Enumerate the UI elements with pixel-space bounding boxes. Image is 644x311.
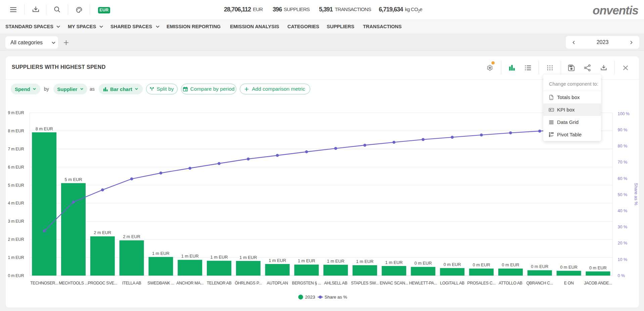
svg-text:LOGITALL AB: LOGITALL AB	[440, 281, 465, 285]
svg-text:80 %: 80 %	[618, 144, 628, 148]
svg-text:TELENOR AB: TELENOR AB	[207, 281, 232, 285]
svg-text:0 %: 0 %	[618, 273, 625, 278]
svg-text:PRODOC SVE...: PRODOC SVE...	[88, 281, 118, 285]
svg-text:ENVAC SCAN...: ENVAC SCAN...	[380, 281, 408, 285]
svg-text:0 m EUR: 0 m EUR	[444, 262, 461, 267]
svg-text:0 m EUR: 0 m EUR	[8, 273, 24, 278]
svg-text:ATTOLLO AB: ATTOLLO AB	[499, 281, 522, 285]
svg-text:8 m EUR: 8 m EUR	[8, 129, 24, 133]
svg-text:100 %: 100 %	[618, 112, 630, 116]
svg-text:1 m EUR: 1 m EUR	[8, 255, 24, 260]
svg-text:2 m EUR: 2 m EUR	[8, 237, 24, 242]
svg-text:E ON: E ON	[564, 281, 574, 285]
svg-text:30 %: 30 %	[618, 225, 628, 229]
svg-text:7 m EUR: 7 m EUR	[8, 147, 24, 151]
svg-text:3 m EUR: 3 m EUR	[8, 219, 24, 224]
svg-text:HEWLETT-PA...: HEWLETT-PA...	[409, 281, 437, 285]
svg-text:90 %: 90 %	[618, 128, 628, 132]
svg-text:1 m EUR: 1 m EUR	[356, 259, 374, 264]
svg-text:MECHTOOLS ...: MECHTOOLS ...	[59, 281, 88, 285]
svg-text:2 m EUR: 2 m EUR	[123, 234, 140, 239]
svg-text:1 m EUR: 1 m EUR	[269, 258, 286, 263]
svg-text:6 m EUR: 6 m EUR	[8, 165, 24, 170]
svg-text:1 m EUR: 1 m EUR	[211, 255, 228, 260]
svg-text:JACOB ANDE...: JACOB ANDE...	[584, 281, 612, 285]
svg-text:0 m EUR: 0 m EUR	[414, 261, 432, 266]
svg-text:1 m EUR: 1 m EUR	[327, 259, 344, 264]
svg-text:20 %: 20 %	[618, 241, 628, 246]
svg-text:0 m EUR: 0 m EUR	[589, 265, 607, 270]
svg-text:2 m EUR: 2 m EUR	[94, 230, 111, 235]
svg-text:50 %: 50 %	[618, 192, 628, 197]
svg-text:0 m EUR: 0 m EUR	[531, 264, 548, 269]
svg-text:2023: 2023	[305, 295, 315, 300]
svg-text:5 m EUR: 5 m EUR	[65, 177, 82, 182]
svg-text:8 m EUR: 8 m EUR	[36, 126, 53, 131]
svg-text:1 m EUR: 1 m EUR	[239, 255, 257, 260]
svg-text:1 m EUR: 1 m EUR	[298, 258, 315, 263]
svg-text:5 m EUR: 5 m EUR	[8, 183, 24, 188]
svg-text:SWEDBANK ...: SWEDBANK ...	[147, 281, 174, 285]
svg-text:BERGSTEN § ...: BERGSTEN § ...	[292, 281, 321, 285]
svg-text:ÖHRLINGS P...: ÖHRLINGS P...	[235, 281, 262, 285]
svg-text:60 %: 60 %	[618, 176, 628, 181]
svg-text:0 m EUR: 0 m EUR	[560, 265, 578, 270]
svg-text:ITELLA AB: ITELLA AB	[122, 281, 141, 285]
svg-text:TECHNOSER...: TECHNOSER...	[30, 281, 58, 285]
svg-text:STAPLES SW...: STAPLES SW...	[351, 281, 379, 285]
svg-text:9 m EUR: 9 m EUR	[8, 110, 24, 115]
svg-text:PROSALES C...: PROSALES C...	[467, 281, 496, 285]
svg-text:Share as %: Share as %	[325, 295, 348, 300]
svg-text:Share as %: Share as %	[634, 183, 639, 206]
svg-text:1 m EUR: 1 m EUR	[385, 260, 403, 265]
svg-text:AUTOPLAN: AUTOPLAN	[267, 281, 288, 285]
svg-text:QBRANCH C...: QBRANCH C...	[526, 281, 553, 285]
svg-text:40 %: 40 %	[618, 209, 628, 213]
svg-text:0 m EUR: 0 m EUR	[473, 262, 490, 267]
svg-text:4 m EUR: 4 m EUR	[8, 201, 24, 206]
svg-text:1 m EUR: 1 m EUR	[181, 254, 199, 259]
svg-text:0 m EUR: 0 m EUR	[502, 262, 519, 267]
svg-text:1 m EUR: 1 m EUR	[152, 251, 170, 256]
svg-text:10 %: 10 %	[618, 257, 628, 262]
svg-text:AHLSELL AB: AHLSELL AB	[324, 281, 347, 285]
svg-text:ANCHOR MA...: ANCHOR MA...	[176, 281, 203, 285]
svg-text:70 %: 70 %	[618, 160, 628, 165]
